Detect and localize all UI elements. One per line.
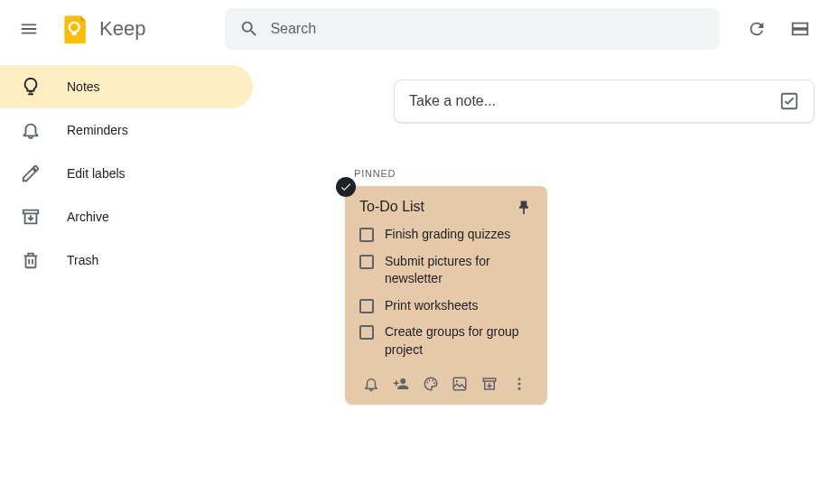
search-bar[interactable]: [225, 8, 720, 50]
lightbulb-icon: [20, 77, 42, 97]
bell-icon: [20, 120, 42, 140]
svg-rect-7: [454, 378, 467, 390]
search-input[interactable]: [270, 21, 705, 37]
checklist-item[interactable]: Submit pictures for newsletter: [359, 253, 533, 288]
bell-plus-icon: [363, 376, 379, 392]
sidebar-item-trash[interactable]: Trash: [0, 238, 253, 282]
trash-icon: [20, 250, 42, 270]
checkbox-unchecked[interactable]: [359, 325, 374, 340]
checklist-item[interactable]: Create groups for group project: [359, 323, 533, 359]
checkbox-unchecked[interactable]: [359, 255, 374, 269]
svg-point-8: [456, 379, 458, 381]
checklist-item[interactable]: Print worksheets: [359, 297, 533, 315]
sidebar-item-label: Edit labels: [67, 166, 126, 181]
refresh-button[interactable]: [739, 11, 775, 47]
person-add-icon: [393, 376, 409, 392]
note-title-row: To-Do List: [359, 199, 533, 217]
pinned-section-label: Pinned: [354, 168, 815, 179]
pin-icon: [515, 199, 533, 217]
note-card[interactable]: To-Do List Finish grading quizzes Submit…: [345, 186, 547, 405]
remind-me-button[interactable]: [359, 372, 383, 396]
checkbox-unchecked[interactable]: [359, 299, 374, 313]
main-content: Pinned To-Do List Finish grading quizzes…: [253, 58, 829, 419]
list-view-icon: [790, 19, 810, 39]
more-vert-icon: [511, 376, 527, 392]
svg-point-10: [517, 382, 520, 385]
collaborator-button[interactable]: [389, 372, 413, 396]
pencil-icon: [20, 163, 42, 183]
logo-area[interactable]: Keep: [60, 13, 145, 45]
image-icon: [452, 376, 468, 392]
keep-logo-icon: [60, 13, 92, 45]
select-note-button[interactable]: [336, 177, 356, 197]
main-menu-button[interactable]: [11, 11, 47, 47]
archive-icon: [481, 376, 498, 392]
svg-point-11: [517, 387, 520, 389]
checklist-item-label: Print worksheets: [385, 297, 478, 315]
sidebar-item-archive[interactable]: Archive: [0, 195, 253, 238]
svg-point-3: [426, 381, 428, 383]
archive-icon: [20, 207, 42, 227]
list-view-button[interactable]: [782, 11, 818, 47]
svg-point-5: [432, 379, 433, 381]
svg-rect-1: [72, 32, 77, 36]
sidebar-item-label: Notes: [67, 79, 100, 94]
pin-button[interactable]: [515, 199, 533, 217]
sidebar-item-notes[interactable]: Notes: [0, 65, 253, 108]
sidebar-item-label: Reminders: [67, 123, 128, 137]
app-header: Keep: [0, 0, 829, 58]
checklist-item-label: Submit pictures for newsletter: [385, 253, 533, 288]
hamburger-icon: [19, 19, 39, 39]
archive-button[interactable]: [478, 372, 501, 396]
svg-point-6: [433, 382, 435, 384]
svg-point-4: [428, 379, 430, 381]
sidebar-item-label: Trash: [67, 253, 98, 267]
header-actions: [739, 11, 818, 47]
sidebar-item-reminders[interactable]: Reminders: [0, 108, 253, 152]
more-button[interactable]: [508, 372, 531, 396]
app-name: Keep: [99, 17, 145, 41]
palette-icon: [423, 376, 439, 392]
sidebar: Notes Reminders Edit labels Archive Tras…: [0, 58, 253, 282]
new-list-button[interactable]: [779, 91, 799, 111]
take-note-bar[interactable]: [394, 79, 815, 123]
svg-point-9: [517, 378, 520, 380]
take-note-input[interactable]: [409, 93, 779, 109]
sidebar-item-edit-labels[interactable]: Edit labels: [0, 152, 253, 195]
check-icon: [340, 181, 352, 193]
checklist-item-label: Finish grading quizzes: [385, 226, 510, 244]
checklist-item[interactable]: Finish grading quizzes: [359, 226, 533, 244]
notes-grid: To-Do List Finish grading quizzes Submit…: [345, 186, 815, 405]
refresh-icon: [747, 19, 767, 39]
checklist-item-label: Create groups for group project: [385, 323, 533, 359]
add-image-button[interactable]: [448, 372, 471, 396]
note-toolbar: [359, 372, 533, 396]
checkbox-unchecked[interactable]: [359, 228, 374, 242]
search-icon: [239, 19, 259, 39]
note-title: To-Do List: [359, 199, 424, 215]
sidebar-item-label: Archive: [67, 210, 109, 224]
background-options-button[interactable]: [419, 372, 442, 396]
checkbox-icon: [779, 91, 799, 111]
